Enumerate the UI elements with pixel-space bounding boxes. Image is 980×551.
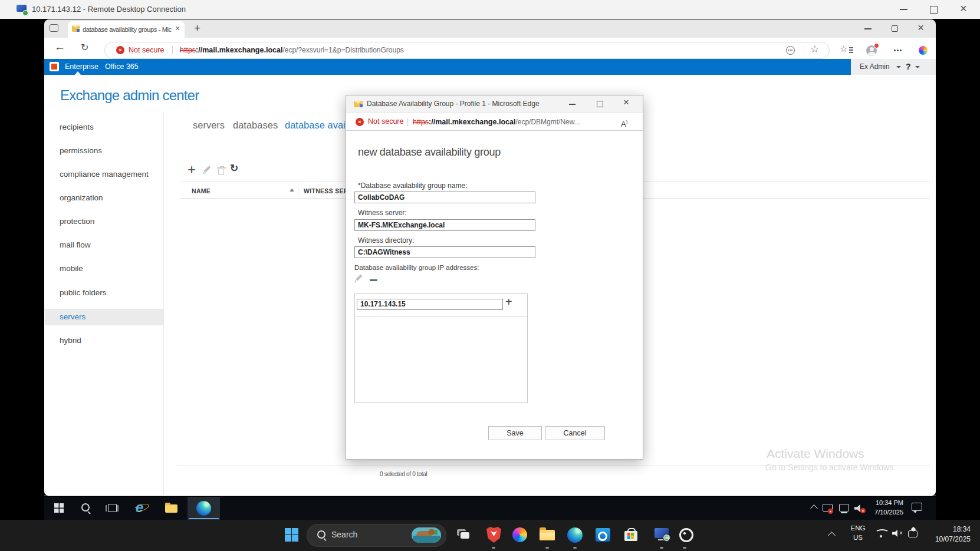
sidebar-divider — [163, 112, 164, 495]
browser-restore-button[interactable] — [892, 25, 898, 32]
url-path: /ecp/?exsvurl=1&p=DistributionGroups — [282, 46, 403, 54]
cancel-button[interactable]: Cancel — [545, 426, 605, 440]
sidebar-item-servers[interactable]: servers — [60, 309, 85, 325]
dag-name-input[interactable]: CollabCoDAG — [354, 192, 535, 203]
volume-muted-icon[interactable] — [892, 530, 899, 537]
ip-add-icon[interactable]: + — [505, 295, 512, 309]
remote-notification-icon[interactable] — [912, 503, 922, 511]
new-tab-button[interactable]: + — [194, 22, 200, 35]
tab-close-icon[interactable]: × — [175, 24, 180, 33]
sidebar-item-organization[interactable]: organization — [60, 190, 103, 206]
sidebar-item-protection[interactable]: protection — [60, 213, 94, 229]
witness-directory-input[interactable]: C:\DAGWitness — [354, 246, 535, 258]
volume-muted-x: × — [899, 530, 903, 536]
local-start-button[interactable] — [285, 528, 298, 542]
dag-dialog-window: Database Availability Group - Profile 1 … — [346, 95, 643, 460]
column-header-name[interactable]: NAME — [192, 184, 211, 198]
search-highlight-image[interactable] — [412, 527, 441, 543]
remote-clock[interactable]: 10:34 PM 7/10/2025 — [858, 499, 903, 517]
remote-tray-display-badge: × — [828, 509, 833, 514]
tab-favicon — [72, 25, 80, 32]
rdp-minimize-button[interactable] — [900, 9, 907, 10]
activate-windows-line1: Activate Windows — [767, 447, 864, 461]
tab-databases[interactable]: databases — [233, 118, 278, 132]
account-caret-icon — [896, 66, 901, 68]
browser-menu-icon[interactable] — [894, 50, 896, 51]
activate-windows-line2: Go to Settings to activate Windows. — [765, 463, 896, 472]
dialog-maximize-button[interactable] — [597, 101, 603, 107]
indicator-edge — [573, 547, 577, 549]
rdp-close-button[interactable]: × — [960, 2, 967, 15]
local-tray-chevron-icon[interactable] — [828, 532, 836, 539]
tab-title: database availability groups - Mic — [83, 23, 173, 36]
sidebar-item-compliance-management[interactable]: compliance management — [60, 166, 149, 182]
sidebar-item-hybrid[interactable]: hybrid — [60, 332, 81, 348]
wifi-icon[interactable] — [875, 529, 889, 536]
language-indicator[interactable]: ENG US — [848, 523, 868, 542]
witness-directory-label: Witness directory: — [358, 236, 414, 245]
ip-edit-icon[interactable] — [356, 274, 362, 281]
chatgpt-icon[interactable] — [679, 528, 693, 542]
dialog-url-text: https://mail.mkexchange.local/ecp/DBMgmt… — [413, 113, 580, 130]
favorites-bar-icon-lines — [849, 47, 853, 48]
local-clock[interactable]: 18:34 10/07/2025 — [917, 524, 971, 545]
browser-close-button[interactable]: × — [917, 21, 924, 34]
rdp-maximize-button[interactable] — [930, 6, 938, 14]
browser-minimize-button[interactable] — [864, 28, 872, 29]
indicator-chatgpt — [683, 547, 686, 549]
favorites-bar-icon[interactable]: ☆ — [840, 44, 847, 54]
ip-address-input[interactable]: 10.171.143.15 — [357, 299, 503, 310]
favorite-star-icon[interactable]: ☆ — [810, 43, 819, 55]
remote-edge-underline — [189, 518, 219, 519]
indicator-explorer — [545, 547, 549, 549]
sidebar-item-recipients[interactable]: recipients — [60, 119, 94, 135]
sidebar-item-mobile[interactable]: mobile — [60, 260, 83, 276]
tab-servers[interactable]: servers — [193, 118, 225, 132]
copilot-icon-taskbar[interactable] — [512, 527, 527, 542]
language-line1: ENG — [848, 523, 868, 533]
local-taskbar: Search ENG US × 18:34 10/07/2025 — [0, 520, 980, 551]
refresh-icon[interactable]: ↻ — [81, 42, 88, 53]
not-secure-label: Not secure — [129, 42, 164, 58]
remote-folder-icon[interactable] — [165, 504, 177, 513]
refresh-list-icon[interactable]: ↻ — [230, 162, 238, 174]
remote-tray-chevron-icon[interactable] — [810, 504, 818, 512]
url-divider — [172, 46, 173, 54]
remote-search-icon-handle — [87, 511, 91, 514]
dialog-titlebar: Database Availability Group - Profile 1 … — [346, 95, 643, 113]
sidebar-item-permissions[interactable]: permissions — [60, 143, 102, 159]
witness-server-input[interactable]: MK-FS.MKExchange.local — [354, 219, 535, 231]
dialog-minimize-button[interactable] — [569, 104, 575, 105]
url-host: ://mail.mkexchange.local — [196, 46, 282, 54]
portal-brand-enterprise[interactable]: Enterprise — [65, 59, 98, 75]
remote-taskview-icon[interactable] — [108, 504, 117, 512]
column-divider — [298, 183, 298, 197]
ip-addresses-label: Database availability group IP addresses… — [354, 263, 479, 272]
remote-tray-network-icon[interactable] — [839, 504, 849, 512]
remote-start-button[interactable] — [54, 503, 64, 513]
read-aloud-icon[interactable]: A) — [621, 113, 627, 130]
dialog-close-button[interactable]: × — [623, 97, 629, 108]
site-info-icon[interactable] — [786, 46, 795, 55]
remote-folder-tab — [165, 503, 170, 505]
tab-actions-icon[interactable] — [50, 24, 58, 32]
portal-brand-office365[interactable]: Office 365 — [105, 59, 139, 75]
remote-search-icon[interactable] — [81, 503, 90, 512]
help-menu[interactable]: ? — [906, 59, 911, 75]
save-button[interactable]: Save — [488, 426, 542, 440]
remote-edge-icon — [196, 501, 211, 516]
add-icon[interactable]: + — [188, 161, 196, 178]
url-scheme: https — [180, 46, 196, 54]
back-icon[interactable]: ← — [54, 41, 65, 54]
account-menu[interactable]: Ex Admin — [860, 59, 890, 75]
sidebar-item-public-folders[interactable]: public folders — [60, 285, 107, 301]
ip-remove-icon[interactable] — [370, 279, 377, 281]
edge-icon-taskbar[interactable] — [567, 527, 583, 543]
delete-icon[interactable] — [218, 169, 224, 175]
local-clock-date: 10/07/2025 — [917, 534, 971, 545]
dialog-heading: new database availability group — [358, 144, 501, 160]
remote-notification-icon-tail — [913, 511, 917, 513]
ip-list-box: 10.171.143.15 + — [354, 293, 528, 403]
copilot-icon[interactable] — [919, 46, 928, 55]
sidebar-item-mail-flow[interactable]: mail flow — [60, 237, 91, 253]
